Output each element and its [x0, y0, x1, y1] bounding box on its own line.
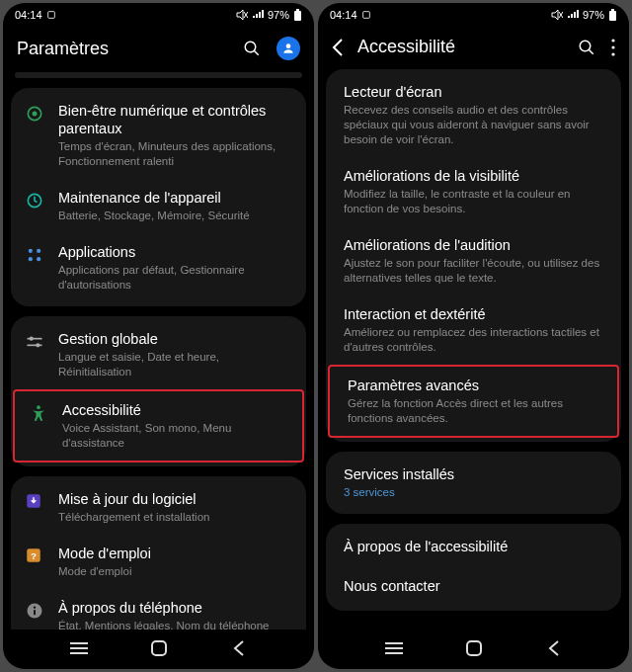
- search-icon[interactable]: [578, 39, 595, 56]
- row-title: Interaction et dextérité: [344, 305, 603, 323]
- row-subtitle: Voice Assistant, Son mono, Menu d'assist…: [62, 421, 288, 451]
- settings-row[interactable]: À propos du téléphoneÉtat, Mentions léga…: [11, 589, 306, 630]
- recents-button[interactable]: [374, 641, 414, 655]
- svg-rect-39: [467, 641, 481, 655]
- svg-rect-27: [152, 641, 166, 655]
- svg-rect-28: [362, 12, 369, 19]
- settings-list[interactable]: Bien-être numérique et contrôles parenta…: [3, 72, 314, 630]
- update-icon: [25, 490, 58, 510]
- battery-icon: [608, 9, 617, 21]
- row-title: Maintenance de l'appareil: [58, 189, 292, 207]
- settings-row[interactable]: Services installés3 services: [326, 456, 621, 510]
- accessibility-screen: 04:14 97% Accessibilité Lecteur d'écranR…: [318, 3, 629, 669]
- row-title: Services installés: [344, 465, 603, 483]
- svg-point-7: [33, 112, 38, 117]
- row-subtitle: État, Mentions légales, Nom du téléphone: [58, 619, 292, 630]
- settings-group: Mise à jour du logicielTéléchargement et…: [11, 476, 306, 630]
- back-icon[interactable]: [332, 39, 344, 56]
- row-title: À propos du téléphone: [58, 599, 292, 617]
- row-subtitle: Recevez des conseils audio et des contrô…: [344, 103, 603, 147]
- svg-text:?: ?: [31, 550, 37, 561]
- more-icon[interactable]: [611, 39, 615, 56]
- svg-rect-2: [296, 9, 299, 11]
- row-title: Améliorations de l'audition: [344, 236, 603, 254]
- home-button[interactable]: [139, 640, 179, 656]
- svg-point-35: [611, 52, 614, 55]
- battery-percent: 97%: [583, 9, 604, 21]
- settings-row[interactable]: ApplicationsApplications par défaut, Ges…: [11, 233, 306, 302]
- settings-row[interactable]: Mise à jour du logicielTéléchargement et…: [11, 480, 306, 535]
- settings-group: Lecteur d'écranRecevez des conseils audi…: [326, 69, 621, 442]
- nav-bar: [318, 630, 629, 669]
- row-title: Nous contacter: [344, 577, 603, 595]
- row-title: Améliorations de la visibilité: [344, 167, 603, 185]
- settings-group: Bien-être numérique et contrôles parenta…: [11, 88, 306, 306]
- battery-icon: [293, 9, 302, 21]
- row-subtitle: Téléchargement et installation: [58, 510, 292, 525]
- screenshot-icon: [361, 10, 371, 20]
- row-subtitle: Batterie, Stockage, Mémoire, Sécurité: [58, 209, 292, 223]
- status-time: 04:14: [330, 9, 357, 21]
- settings-row[interactable]: Améliorations de l'auditionAjustez le so…: [326, 226, 621, 295]
- svg-point-10: [37, 249, 40, 253]
- row-subtitle: Mode d'emploi: [58, 564, 292, 579]
- settings-row[interactable]: Lecteur d'écranRecevez des conseils audi…: [326, 73, 621, 157]
- apps-icon: [25, 243, 58, 265]
- scroll-hint: [15, 72, 302, 78]
- row-subtitle: Temps d'écran, Minuteurs des application…: [58, 139, 292, 169]
- svg-line-4: [254, 50, 259, 55]
- row-title: Lecteur d'écran: [344, 83, 603, 101]
- row-title: Applications: [58, 243, 292, 261]
- svg-point-12: [37, 257, 40, 261]
- settings-row[interactable]: Améliorations de la visibilitéModifiez l…: [326, 157, 621, 226]
- settings-row[interactable]: Paramètres avancésGérez la fonction Accè…: [328, 365, 619, 438]
- row-title: Gestion globale: [58, 330, 292, 348]
- svg-rect-29: [609, 11, 616, 21]
- settings-row[interactable]: À propos de l'accessibilité: [326, 528, 621, 567]
- battery-percent: 97%: [268, 9, 289, 21]
- svg-rect-1: [294, 11, 301, 21]
- page-title: Accessibilité: [357, 37, 578, 57]
- settings-row[interactable]: Bien-être numérique et contrôles parenta…: [11, 92, 306, 179]
- home-button[interactable]: [454, 640, 494, 656]
- back-button[interactable]: [534, 640, 574, 656]
- row-title: Mode d'emploi: [58, 545, 292, 562]
- row-subtitle: Ajustez le son pour faciliter l'écoute, …: [344, 256, 603, 286]
- settings-group: À propos de l'accessibilitéNous contacte…: [326, 524, 621, 611]
- row-subtitle: Modifiez la taille, le contraste et la c…: [344, 187, 603, 216]
- settings-row[interactable]: AccessibilitéVoice Assistant, Son mono, …: [13, 389, 304, 462]
- svg-point-31: [580, 41, 591, 51]
- svg-point-34: [611, 45, 614, 48]
- settings-screen: 04:14 97% Paramètres Bien-être numérique…: [3, 3, 314, 669]
- search-icon[interactable]: [243, 40, 261, 57]
- settings-row[interactable]: Interaction et dextéritéAméliorez ou rem…: [326, 295, 621, 365]
- settings-row[interactable]: Nous contacter: [326, 567, 621, 607]
- header: Paramètres: [3, 27, 314, 72]
- accessibility-list[interactable]: Lecteur d'écranRecevez des conseils audi…: [318, 69, 629, 630]
- svg-point-33: [611, 39, 614, 42]
- row-subtitle: Applications par défaut, Gestionnaire d'…: [58, 263, 292, 293]
- page-title: Paramètres: [17, 39, 243, 59]
- screenshot-icon: [46, 10, 56, 20]
- accessibility-icon: [29, 401, 62, 423]
- mute-icon: [236, 10, 248, 20]
- recents-button[interactable]: [59, 641, 99, 655]
- account-avatar[interactable]: [276, 37, 300, 60]
- svg-point-11: [29, 257, 33, 261]
- settings-row[interactable]: Maintenance de l'appareilBatterie, Stock…: [11, 179, 306, 233]
- status-time: 04:14: [15, 9, 42, 21]
- svg-point-5: [286, 43, 291, 48]
- svg-line-32: [589, 49, 593, 54]
- wellbeing-icon: [25, 102, 58, 124]
- status-bar: 04:14 97%: [3, 3, 314, 27]
- settings-row[interactable]: Gestion globaleLangue et saisie, Date et…: [11, 320, 306, 389]
- svg-point-16: [36, 343, 40, 347]
- svg-rect-23: [34, 610, 36, 615]
- info-icon: [25, 599, 58, 621]
- nav-bar: [3, 630, 314, 669]
- svg-rect-0: [47, 12, 54, 19]
- settings-row[interactable]: ?Mode d'emploiMode d'emploi: [11, 535, 306, 589]
- row-title: Mise à jour du logiciel: [58, 490, 292, 508]
- svg-point-22: [34, 607, 36, 609]
- back-button[interactable]: [219, 640, 259, 656]
